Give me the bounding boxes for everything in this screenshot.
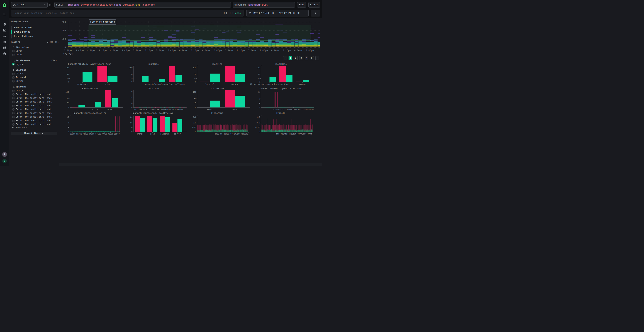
svg-text:5/27/25: 5/27/25 bbox=[63, 53, 73, 55]
svg-text:0: 0 bbox=[259, 106, 260, 108]
svg-text:0: 0 bbox=[195, 131, 196, 133]
svg-text:25: 25 bbox=[66, 78, 69, 80]
svg-text:6:45pm: 6:45pm bbox=[214, 49, 222, 52]
svg-text:7:30pm: 7:30pm bbox=[248, 49, 256, 52]
svg-text:0: 0 bbox=[195, 81, 196, 83]
svg-text:Duration: Duration bbox=[148, 88, 159, 90]
svg-text:Unset: Unset bbox=[232, 108, 238, 111]
svg-text:mastercard: mastercard bbox=[77, 83, 88, 85]
svg-text:25: 25 bbox=[66, 102, 69, 104]
svg-text:200: 200 bbox=[62, 38, 66, 40]
svg-text:32: 32 bbox=[130, 116, 132, 118]
svg-text:SpanAttributes...yment.timesta: SpanAttributes...yment.timestamp bbox=[259, 88, 302, 90]
svg-text:1333363: 1333363 bbox=[134, 108, 142, 111]
svg-text:50: 50 bbox=[130, 73, 132, 76]
svg-text:visa: visa bbox=[105, 83, 110, 85]
svg-text:0: 0 bbox=[68, 131, 69, 133]
svg-text:0: 0 bbox=[131, 81, 132, 83]
svg-text:50: 50 bbox=[66, 98, 69, 100]
svg-text:4:15pm: 4:15pm bbox=[98, 49, 106, 52]
svg-text:4: 4 bbox=[259, 102, 260, 104]
svg-text:4:00pm: 4:00pm bbox=[87, 49, 95, 52]
svg-text:100: 100 bbox=[129, 67, 132, 69]
svg-text:7:00pm: 7:00pm bbox=[225, 49, 233, 52]
svg-text:92953: 92953 bbox=[82, 133, 88, 135]
svg-text:TraceId: TraceId bbox=[276, 112, 286, 114]
svg-text:SpanAttributes.app.loyalty.lev: SpanAttributes.app.loyalty.level bbox=[132, 112, 175, 114]
svg-text:0.6: 0.6 bbox=[256, 116, 260, 118]
svg-text:3:45pm: 3:45pm bbox=[76, 49, 84, 52]
svg-text:18: 18 bbox=[130, 96, 132, 99]
svg-text:SpanKind: SpanKind bbox=[212, 63, 222, 66]
svg-text:Timestamp: Timestamp bbox=[211, 112, 223, 114]
svg-text:16: 16 bbox=[66, 116, 69, 118]
svg-text:4: 4 bbox=[68, 126, 69, 128]
svg-text:89835: 89835 bbox=[70, 133, 76, 135]
svg-text:0: 0 bbox=[131, 106, 132, 108]
svg-text:999435: 999435 bbox=[176, 108, 183, 111]
svg-text:gold: gold bbox=[150, 133, 155, 135]
svg-text:platinum: platinum bbox=[160, 133, 170, 135]
svg-text:0: 0 bbox=[259, 81, 260, 83]
svg-text:5:45pm: 5:45pm bbox=[168, 49, 176, 52]
svg-text:0: 0 bbox=[195, 106, 196, 108]
svg-text:50: 50 bbox=[258, 73, 260, 76]
svg-text:0.15: 0.15 bbox=[192, 126, 196, 128]
svg-text:7:15pm: 7:15pm bbox=[237, 49, 245, 52]
svg-text:0.15: 0.15 bbox=[256, 126, 260, 128]
svg-text:100: 100 bbox=[66, 67, 69, 69]
svg-text:50: 50 bbox=[194, 73, 196, 76]
svg-text:50: 50 bbox=[66, 73, 69, 76]
svg-text:16: 16 bbox=[130, 122, 132, 124]
svg-text:8:30pm: 8:30pm bbox=[294, 49, 302, 52]
svg-text:8:00pm: 8:00pm bbox=[271, 49, 279, 52]
svg-text:1748393738536: 1748393738536 bbox=[300, 109, 314, 111]
svg-text:grpc.oteldemo.PaymentService/C: grpc.oteldemo.PaymentService/Charge bbox=[145, 83, 185, 85]
svg-text:StatusCode: StatusCode bbox=[210, 88, 224, 90]
svg-text:SpanAttributes.cache.size: SpanAttributes.cache.size bbox=[73, 112, 106, 114]
svg-text:2025-05-28T03:59:14.900820000Z: 2025-05-28T03:59:14.900820000Z bbox=[214, 133, 248, 135]
svg-text:7:45pm: 7:45pm bbox=[260, 49, 268, 52]
svg-text:1748192273433: 1748192273433 bbox=[273, 109, 286, 111]
svg-text:100: 100 bbox=[256, 67, 260, 69]
svg-text:6:30pm: 6:30pm bbox=[202, 49, 210, 52]
svg-text:100: 100 bbox=[66, 91, 69, 93]
svg-text:400: 400 bbox=[62, 30, 66, 32]
svg-text:8:15pm: 8:15pm bbox=[283, 49, 291, 52]
svg-text:6:15pm: 6:15pm bbox=[191, 49, 199, 52]
svg-text:25: 25 bbox=[130, 78, 132, 80]
svg-text:8:45pm: 8:45pm bbox=[306, 49, 314, 52]
svg-text:@hyperdx/instrumentation-excep: @hyperdx/instrumentation-exception bbox=[250, 83, 288, 85]
svg-text:600: 600 bbox=[62, 21, 66, 24]
svg-text:ScopeVersion: ScopeVersion bbox=[82, 88, 98, 90]
svg-text:0.3: 0.3 bbox=[256, 122, 260, 124]
svg-text:SpanAttributes...yment.card_ty: SpanAttributes...yment.card_type bbox=[68, 63, 111, 66]
svg-text:91063: 91063 bbox=[76, 133, 82, 135]
svg-text:25: 25 bbox=[194, 102, 196, 104]
svg-text:4:45pm: 4:45pm bbox=[122, 49, 130, 52]
svg-text:0: 0 bbox=[68, 106, 69, 108]
svg-text:ff860334facdb23d3f430ff5b5050f: ff860334facdb23d3f430ff5b5050f4f bbox=[276, 133, 312, 135]
svg-text:99900: 99900 bbox=[114, 133, 120, 135]
svg-text:25: 25 bbox=[194, 78, 196, 80]
svg-text:6:00pm: 6:00pm bbox=[179, 49, 187, 52]
svg-text:payment: payment bbox=[298, 83, 306, 85]
svg-text:94365: 94365 bbox=[89, 133, 94, 135]
svg-text:4:30pm: 4:30pm bbox=[110, 49, 118, 52]
svg-text:0.51.1: 0.51.1 bbox=[108, 108, 114, 111]
svg-text:Server: Server bbox=[232, 83, 238, 85]
svg-text:100: 100 bbox=[193, 91, 196, 93]
svg-text:bronze: bronze bbox=[137, 133, 144, 135]
svg-text:1698314: 1698314 bbox=[143, 108, 150, 111]
svg-text:96139: 96139 bbox=[95, 133, 101, 135]
svg-text:0: 0 bbox=[259, 131, 260, 133]
svg-text:19961834: 19961834 bbox=[151, 108, 160, 111]
svg-text:16: 16 bbox=[258, 91, 260, 93]
svg-text:ScopeName: ScopeName bbox=[274, 63, 287, 66]
svg-text:5:30pm: 5:30pm bbox=[156, 49, 164, 52]
svg-text:8: 8 bbox=[259, 98, 260, 100]
svg-text:543017: 543017 bbox=[169, 108, 176, 111]
svg-text:0.3: 0.3 bbox=[193, 122, 196, 124]
svg-text:SpanName: SpanName bbox=[148, 63, 159, 66]
svg-text:36: 36 bbox=[130, 90, 132, 93]
